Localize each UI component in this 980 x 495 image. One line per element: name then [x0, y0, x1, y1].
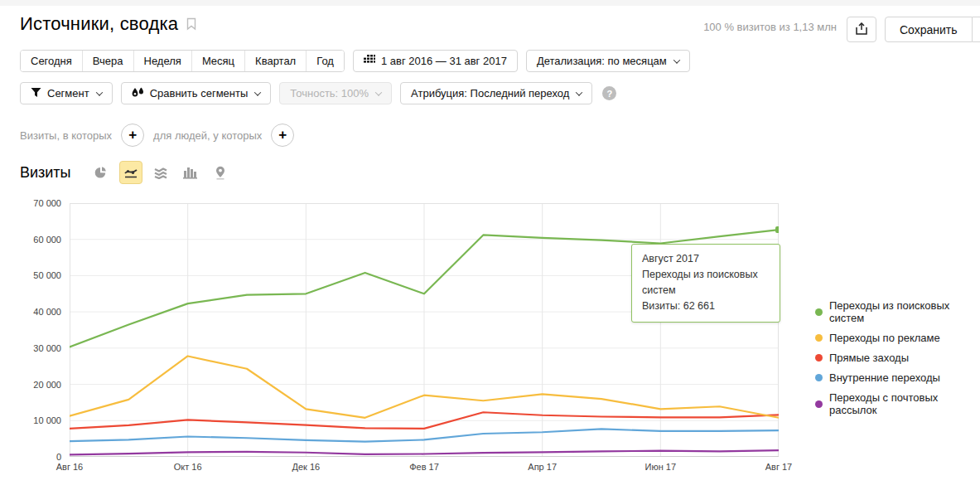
x-axis-label: Фев 17	[409, 462, 439, 472]
legend-dot-icon	[815, 354, 823, 362]
date-range-label: 1 авг 2016 — 31 авг 2017	[381, 55, 507, 67]
period-today[interactable]: Сегодня	[21, 51, 82, 71]
save-dropdown-button[interactable]	[973, 17, 980, 42]
y-axis-label: 70 000	[33, 198, 61, 208]
legend-item[interactable]: Переходы из поисковых систем	[815, 299, 980, 324]
y-axis-label: 0	[56, 452, 61, 462]
export-button[interactable]	[847, 17, 876, 42]
compare-segments-dropdown[interactable]: Сравнить сегменты	[121, 82, 272, 104]
metric-row: Визиты	[20, 161, 232, 184]
tooltip-date: Август 2017	[642, 251, 770, 267]
legend-item[interactable]: Внутренние переходы	[815, 371, 980, 384]
segment-label: Сегмент	[47, 87, 89, 99]
granularity-dropdown[interactable]: Детализация: по месяцам	[526, 50, 690, 72]
add-visit-condition-button[interactable]: +	[121, 124, 144, 147]
legend-item[interactable]: Переходы с почтовых рассылок	[815, 391, 980, 416]
attribution-dropdown[interactable]: Атрибуция: Последний переход	[400, 82, 592, 104]
sample-size-note: 100 % визитов из 1,13 млн	[703, 21, 837, 33]
page-title: Источники, сводка	[20, 13, 178, 35]
period-week[interactable]: Неделя	[133, 51, 191, 71]
segment-dropdown[interactable]: Сегмент	[20, 82, 113, 104]
accuracy-dropdown[interactable]: Точность: 100%	[279, 82, 392, 104]
chart-type-map-icon[interactable]	[209, 161, 232, 184]
export-icon	[856, 22, 867, 37]
y-axis: 010 00020 00030 00040 00050 00060 00070 …	[0, 203, 61, 457]
filter-toolbar: Сегмент Сравнить сегменты Точность: 100%…	[20, 82, 616, 104]
accuracy-label: Точность: 100%	[290, 87, 369, 99]
visits-condition-label: Визиты, в которых	[20, 129, 112, 142]
legend-label: Переходы из поисковых систем	[829, 299, 980, 324]
highlight-marker[interactable]	[775, 226, 779, 233]
x-axis-label: Авг 17	[765, 462, 792, 472]
legend-dot-icon	[815, 400, 823, 408]
attribution-label: Атрибуция: Последний переход	[411, 87, 569, 99]
date-range-button[interactable]: 1 авг 2016 — 31 авг 2017	[353, 50, 518, 72]
tooltip-value: Визиты: 62 661	[642, 298, 770, 314]
x-axis-label: Дек 16	[292, 462, 320, 472]
top-strip	[0, 0, 980, 6]
funnel-icon	[31, 87, 41, 100]
chevron-down-icon	[254, 89, 261, 95]
legend-item[interactable]: Переходы по рекламе	[815, 332, 980, 344]
line-chart[interactable]	[70, 203, 779, 457]
compare-segments-label: Сравнить сегменты	[150, 87, 249, 99]
help-icon[interactable]: ?	[602, 86, 616, 100]
chart-type-pie-icon[interactable]	[89, 161, 113, 184]
y-axis-label: 50 000	[33, 270, 61, 280]
chevron-down-icon	[673, 56, 680, 63]
period-presets: Сегодня Вчера Неделя Месяц Квартал Год	[20, 50, 345, 72]
x-axis-label: Апр 17	[528, 462, 557, 472]
calendar-grid-icon	[364, 55, 375, 67]
legend-dot-icon	[815, 308, 823, 316]
y-axis-label: 10 000	[33, 415, 61, 425]
period-quarter[interactable]: Квартал	[244, 51, 306, 71]
chart-type-line-icon[interactable]	[119, 161, 142, 184]
chevron-down-icon	[576, 89, 582, 95]
legend-label: Переходы по рекламе	[829, 332, 940, 344]
legend-label: Внутренние переходы	[829, 371, 940, 384]
chart-type-stacked-areas-icon[interactable]	[149, 161, 172, 184]
legend-label: Прямые заходы	[829, 352, 909, 364]
x-axis-label: Окт 16	[174, 462, 202, 472]
x-axis-label: Июн 17	[645, 462, 677, 472]
segment-builder: Визиты, в которых + для людей, у которых…	[20, 124, 294, 147]
period-toolbar: Сегодня Вчера Неделя Месяц Квартал Год 1…	[20, 50, 690, 72]
save-button[interactable]: Сохранить	[885, 17, 973, 42]
period-year[interactable]: Год	[306, 51, 344, 71]
period-yesterday[interactable]: Вчера	[82, 51, 133, 71]
drops-icon	[132, 87, 144, 100]
y-axis-label: 30 000	[33, 343, 61, 353]
save-split-button: Сохранить	[885, 17, 980, 42]
x-axis-label: Авг 16	[56, 462, 83, 472]
x-axis: Авг 16Окт 16Дек 16Фев 17Апр 17Июн 17Авг …	[70, 462, 779, 475]
metric-label: Визиты	[20, 164, 71, 182]
chart-tooltip: Август 2017 Переходы из поисковых систем…	[631, 244, 780, 323]
y-axis-label: 60 000	[33, 235, 61, 245]
granularity-label: Детализация: по месяцам	[537, 55, 667, 67]
legend-dot-icon	[815, 374, 823, 381]
chevron-down-icon	[375, 89, 382, 95]
period-month[interactable]: Месяц	[191, 51, 244, 71]
y-axis-label: 20 000	[33, 380, 61, 390]
legend-label: Переходы с почтовых рассылок	[829, 391, 980, 416]
chart-type-columns-icon[interactable]	[179, 161, 202, 184]
chart-legend: Переходы из поисковых системПереходы по …	[815, 299, 980, 424]
y-axis-label: 40 000	[33, 307, 61, 317]
bookmark-icon[interactable]	[186, 17, 196, 31]
legend-dot-icon	[815, 334, 823, 342]
legend-item[interactable]: Прямые заходы	[815, 352, 980, 364]
add-people-condition-button[interactable]: +	[271, 124, 294, 147]
tooltip-series: Переходы из поисковых систем	[642, 267, 770, 298]
people-condition-label: для людей, у которых	[153, 129, 262, 142]
chevron-down-icon	[95, 89, 102, 95]
page-header: Источники, сводка	[20, 13, 196, 35]
